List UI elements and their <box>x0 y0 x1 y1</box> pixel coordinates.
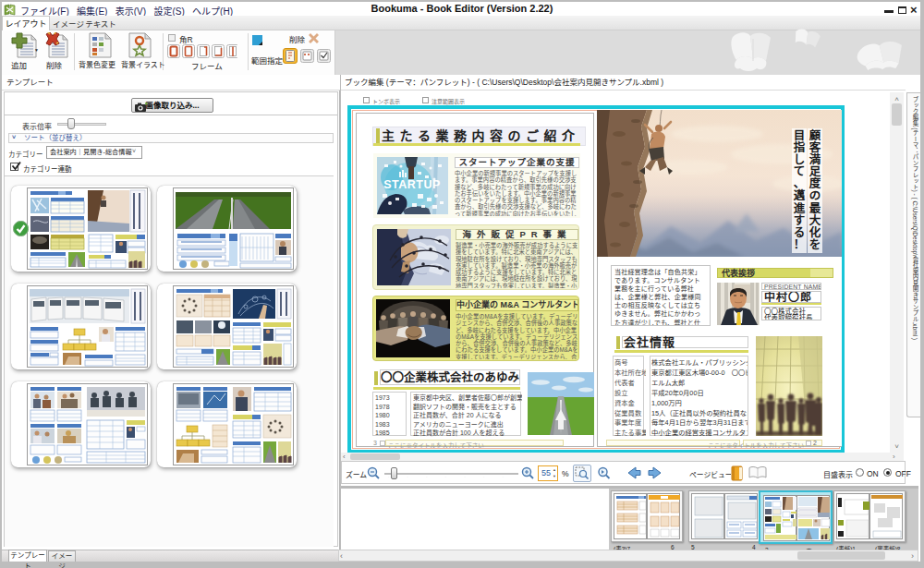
svg-text:STARTUP: STARTUP <box>383 178 441 191</box>
